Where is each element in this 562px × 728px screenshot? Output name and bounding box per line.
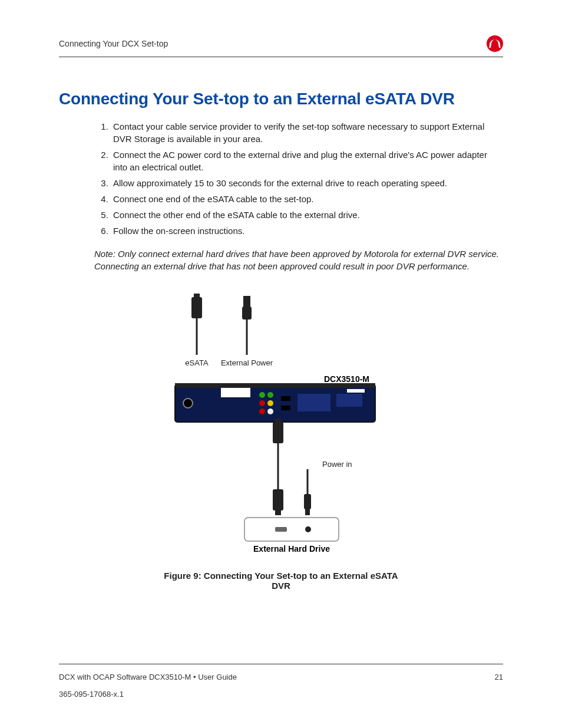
svg-rect-28 (305, 509, 310, 515)
warning-note: Note: Only connect external hard drives … (94, 248, 503, 272)
svg-rect-30 (275, 527, 287, 532)
step-item: Follow the on-screen instructions. (111, 225, 503, 237)
document-page: Connecting Your DCX Set-top Connecting Y… (0, 0, 562, 728)
instruction-steps: Contact your cable service provider to v… (94, 120, 503, 237)
svg-rect-7 (175, 383, 375, 388)
svg-rect-27 (304, 494, 311, 509)
connection-diagram: eSATA External Power DCX3510-M (157, 290, 405, 591)
svg-point-11 (259, 400, 265, 406)
external-hard-drive-label: External Hard Drive (253, 544, 330, 554)
footer-product: DCX with OCAP Software DCX3510-M • User … (59, 673, 237, 681)
svg-rect-17 (297, 394, 330, 411)
step-item: Connect the AC power cord to the externa… (111, 149, 503, 173)
footer-doc-number: 365-095-17068-x.1 (59, 690, 503, 699)
svg-point-13 (259, 409, 265, 414)
svg-rect-24 (273, 489, 283, 510)
footer-divider (59, 664, 503, 664)
svg-rect-21 (273, 422, 283, 443)
esata-down-cable-icon (273, 419, 283, 515)
device-model-label: DCX3510-M (324, 374, 369, 384)
svg-point-14 (267, 409, 273, 414)
svg-rect-3 (243, 296, 250, 307)
power-in-cable-icon (304, 469, 311, 515)
svg-rect-8 (221, 388, 250, 397)
page-footer: DCX with OCAP Software DCX3510-M • User … (59, 664, 503, 699)
svg-point-9 (259, 392, 265, 398)
external-hard-drive-icon (244, 518, 339, 541)
figure-caption: Figure 9: Connecting Your Set-top to an … (157, 571, 405, 591)
external-power-label-1: External Power (221, 358, 273, 367)
svg-point-10 (267, 392, 273, 398)
power-cable-icon (242, 296, 252, 355)
svg-rect-22 (275, 419, 281, 423)
step-item: Contact your cable service provider to v… (111, 120, 503, 145)
svg-point-31 (305, 526, 311, 532)
svg-rect-25 (275, 510, 281, 515)
power-in-label: Power in (322, 460, 352, 469)
step-item: Connect the other end of the eSATA cable… (111, 209, 503, 221)
svg-rect-1 (194, 294, 200, 298)
step-item: Allow approximately 15 to 30 seconds for… (111, 177, 503, 189)
diagram-svg: eSATA External Power DCX3510-M (157, 290, 405, 561)
svg-rect-16 (281, 406, 290, 410)
esata-label: eSATA (185, 358, 209, 367)
svg-rect-15 (281, 396, 290, 401)
svg-point-20 (183, 398, 193, 408)
footer-row: DCX with OCAP Software DCX3510-M • User … (59, 673, 503, 681)
page-header: Connecting Your DCX Set-top (59, 35, 503, 57)
settop-box-icon (175, 383, 375, 422)
section-title: Connecting Your Set-top to an External e… (59, 90, 503, 108)
svg-rect-19 (347, 389, 365, 393)
running-head: Connecting Your DCX Set-top (59, 39, 168, 48)
svg-rect-29 (244, 518, 339, 541)
svg-rect-0 (191, 297, 202, 318)
motorola-logo-icon (487, 35, 503, 52)
step-item: Connect one end of the eSATA cable to th… (111, 193, 503, 205)
page-number: 21 (495, 673, 503, 681)
svg-rect-18 (336, 394, 362, 407)
svg-rect-4 (242, 307, 252, 319)
svg-point-12 (267, 400, 273, 406)
esata-cable-icon (191, 294, 202, 355)
